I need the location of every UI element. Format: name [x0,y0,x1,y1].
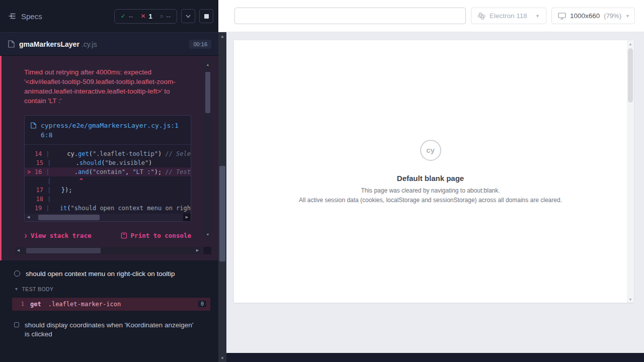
code-frame-hscrollbar[interactable]: ◀ ▶ [25,214,191,221]
spec-file-row[interactable]: gmaMarkersLayer .cy.js 00:16 [0,32,218,56]
scroll-up-arrow-icon[interactable]: ▲ [218,32,226,40]
vscroll-thumb[interactable] [205,72,210,113]
viewport-icon [558,13,566,20]
print-to-console-button[interactable]: Print to console [121,232,191,239]
error-message: Timed out retrying after 4000ms: expecte… [24,68,190,106]
x-icon: ✕ [140,13,145,20]
blank-page-line-1: This page was cleared by navigating to a… [361,187,500,194]
command-row[interactable]: 1 get .leaflet-marker-icon 0 [12,298,210,311]
scroll-right-arrow-icon[interactable]: ▶ [194,247,201,254]
scroll-down-arrow-icon[interactable]: ▼ [627,296,634,303]
code-lines: 14| cy.get(".leaflet-tooltip") // Sele 1… [25,145,191,214]
viewport-scale: (79%) [604,12,621,20]
specs-title: Specs [21,12,42,21]
scrollbar-header-spacer [218,0,226,32]
reporter-header: Specs ✓ -- ✕ 1 ○ -- [0,0,218,32]
code-line: 18| [25,195,191,204]
scroll-down-arrow-icon[interactable]: ▼ [204,231,211,238]
test-title: should open context menu on right-click … [26,269,175,279]
code-line: >16| .and("contain", "LT :"); // Test [25,167,191,176]
run-stats: ✓ -- ✕ 1 ○ -- [114,9,177,24]
stat-pending: ○ -- [160,13,171,20]
code-line: 14| cy.get(".leaflet-tooltip") // Sele [25,149,191,158]
error-hscrollbar[interactable]: ◀ ▶ [15,247,201,254]
chevron-down-icon: ▼ [535,14,540,19]
test-row-failed[interactable]: should open context menu on right-click … [0,264,218,283]
hscroll-thumb[interactable] [38,215,100,220]
pending-circle-icon: ○ [160,13,164,19]
code-line: | ^ [25,176,191,186]
code-line: 19| it("should open context menu on righ [25,204,191,213]
chevron-down-icon [186,15,191,18]
stat-passed: ✓ -- [121,13,133,20]
viewport-size: 1000x660 [570,12,600,20]
code-line: 15| .should("be.visible") [25,158,191,167]
code-frame-file-link[interactable]: cypress/e2e/gmaMarkersLayer.cy.js:16:8 [41,121,185,140]
reporter-scroll-thumb[interactable] [219,166,225,261]
hscroll-thumb[interactable] [26,248,101,253]
test-body-section-toggle[interactable]: ▾ TEST BODY [0,283,218,296]
test-row-pending[interactable]: should display coordinates when 'Koordin… [0,316,218,343]
collapse-all-button[interactable] [181,9,195,23]
command-count-badge: 0 [198,301,206,307]
test-list: should open context menu on right-click … [0,260,218,347]
browser-label: Electron 118 [490,12,527,20]
aut-iframe: cy Default blank page This page was clea… [234,40,634,303]
scroll-right-arrow-icon[interactable]: ▶ [183,214,191,221]
scrollbar-corner [203,247,211,254]
blank-page-title: Default blank page [397,174,464,183]
cypress-app: Specs ✓ -- ✕ 1 ○ -- [0,0,644,362]
view-stack-trace-link[interactable]: ❯ View stack trace [24,232,91,239]
code-frame-header: cypress/e2e/gmaMarkersLayer.cy.js:16:8 [25,116,191,145]
url-input[interactable] [234,8,466,24]
code-line: 17| }); [25,186,191,195]
electron-icon [477,12,486,20]
error-actions: ❯ View stack trace Print to console [24,232,191,239]
stop-button[interactable] [199,9,213,23]
viewport-selector[interactable]: 1000x660 (79%) ▼ [551,8,635,24]
scroll-left-arrow-icon[interactable]: ◀ [15,247,22,254]
spec-file-icon [8,40,15,48]
chevron-down-icon: ▼ [625,14,630,19]
command-message: .leaflet-marker-icon [48,301,121,308]
code-frame: cypress/e2e/gmaMarkersLayer.cy.js:16:8 1… [24,115,191,222]
scroll-up-arrow-icon[interactable]: ▲ [627,40,634,47]
aut-scroll-thumb[interactable] [628,48,633,103]
chevron-down-icon: ▾ [15,286,18,292]
blank-page-line-2: All active session data (cookies, localS… [299,197,562,204]
file-icon [31,122,36,129]
test-error-panel: Timed out retrying after 4000ms: expecte… [0,56,218,260]
command-method: get [30,301,41,308]
stop-icon [204,14,209,19]
test-pending-icon [14,322,19,327]
specs-list-icon [8,12,16,20]
scroll-up-arrow-icon[interactable]: ▲ [204,61,211,68]
scroll-down-arrow-icon[interactable]: ▼ [218,354,226,362]
spec-duration-badge: 00:16 [189,40,211,49]
test-body-label: TEST BODY [22,286,53,292]
check-icon: ✓ [121,13,126,20]
app-footer-strip [226,353,644,362]
chevron-right-icon: ❯ [24,233,27,238]
reporter-scrollbar[interactable]: ▲ ▼ [218,0,226,362]
main-column: Electron 118 ▼ 1000x660 (79%) ▼ cy Defau… [226,0,644,362]
browser-selector[interactable]: Electron 118 ▼ [471,8,546,24]
test-state-icon [14,270,20,277]
top-bar: Electron 118 ▼ 1000x660 (79%) ▼ [226,0,644,32]
spec-name: gmaMarkersLayer [19,40,79,48]
blank-page: cy Default blank page This page was clea… [234,40,627,303]
specs-toggle[interactable]: Specs [8,12,42,21]
test-title: should display coordinates when 'Koordin… [25,321,200,339]
aut-area: cy Default blank page This page was clea… [226,32,644,353]
cypress-logo: cy [420,140,441,161]
spec-extension: .cy.js [82,40,97,48]
command-number: 1 [12,301,30,307]
stat-failed: ✕ 1 [140,13,152,20]
scroll-left-arrow-icon[interactable]: ◀ [25,214,32,221]
print-icon [121,232,127,239]
reporter-sidebar: Specs ✓ -- ✕ 1 ○ -- [0,0,218,362]
aut-scrollbar[interactable]: ▲ ▼ [627,40,634,303]
error-vscrollbar[interactable]: ▲ ▼ [204,61,211,238]
